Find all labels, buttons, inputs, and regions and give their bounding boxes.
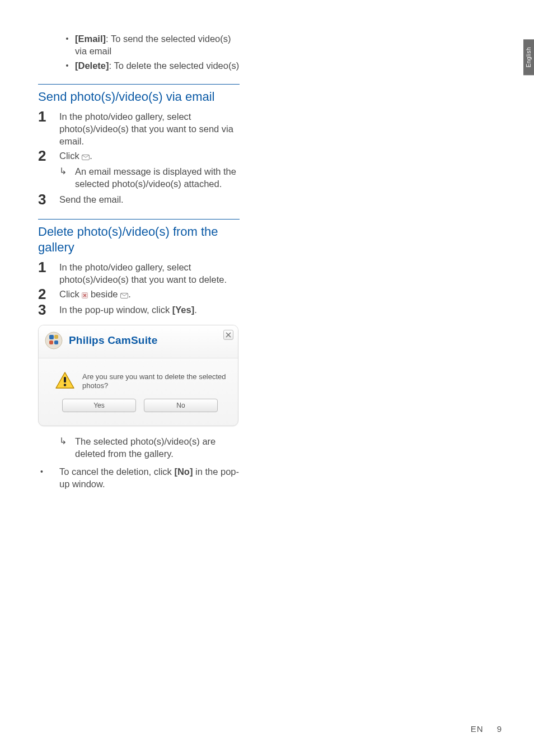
result-arrow-icon: ↳ [59,165,75,178]
step-number: 1 [38,109,59,124]
envelope-icon [82,151,90,163]
bullet-label: [Email] [75,34,106,44]
step-number: 3 [38,302,59,317]
footer-language: EN [471,724,484,734]
svg-rect-8 [64,377,66,382]
step-2-email: 2 Click . [38,148,240,163]
cancel-text: To cancel the deletion, click [No] in th… [59,465,240,490]
yes-button[interactable]: Yes [62,399,136,412]
bullet-dot-icon: • [59,59,75,72]
cancel-prefix: To cancel the deletion, click [59,466,174,477]
confirm-dialog: Philips CamSuite Are you sure you want t… [38,325,238,426]
step-text: Click beside . [59,287,131,301]
dialog-button-row: Yes No [62,399,222,412]
step-text: In the photo/video gallery, select photo… [59,109,240,147]
section-heading-email: Send photo(s)/video(s) via email [38,89,240,105]
dialog-close-button[interactable] [223,330,233,340]
step2d-suffix: . [128,289,131,299]
section-divider [38,219,240,220]
dialog-body: Are you sure you want to delete the sele… [39,358,238,426]
step-text: Click . [59,148,92,163]
result-arrow-icon: ↳ [59,435,75,447]
step-2-delete: 2 Click beside . [38,287,240,301]
bullet-dot-icon: • [59,32,75,45]
warning-icon [55,372,74,391]
step-text: In the pop-up window, click [Yes]. [59,302,197,316]
list-item: • [Email]: To send the selected video(s)… [59,32,240,57]
content-column: • [Email]: To send the selected video(s)… [38,32,240,490]
dialog-title: Philips CamSuite [69,334,157,347]
step-text: Send the email. [59,192,124,206]
intro-bullet-list: • [Email]: To send the selected video(s)… [59,32,240,72]
section-heading-delete: Delete photo(s)/video(s) from the galler… [38,224,240,255]
result-text: The selected photo(s)/video(s) are delet… [75,435,240,460]
bullet-rest: : To delete the selected video(s) [109,60,240,71]
cancel-bullet: • To cancel the deletion, click [No] in … [38,465,240,490]
language-tab: English [523,39,534,75]
bullet-label: [Delete] [75,60,109,71]
step-result: ↳ The selected photo(s)/video(s) are del… [59,435,240,460]
close-icon [226,332,231,338]
svg-point-9 [64,384,66,386]
step-text: In the photo/video gallery, select photo… [59,260,240,286]
step2-prefix: Click [59,151,82,161]
step3d-suffix: . [194,305,197,315]
bullet-text: [Email]: To send the selected video(s) v… [75,32,240,57]
step2d-mid: beside [88,289,120,299]
step-1-delete: 1 In the photo/video gallery, select pho… [38,260,240,286]
step3d-prefix: In the pop-up window, click [59,305,172,315]
step-1-email: 1 In the photo/video gallery, select pho… [38,109,240,147]
bullet-text: [Delete]: To delete the selected video(s… [75,59,239,72]
envelope-icon [120,289,128,301]
step-number: 3 [38,192,59,207]
section-divider [38,84,240,85]
dialog-message: Are you sure you want to delete the sele… [82,372,228,390]
svg-rect-5 [54,335,58,339]
no-button[interactable]: No [144,399,218,412]
dialog-warning-row: Are you sure you want to delete the sele… [55,372,228,391]
step-3-delete: 3 In the pop-up window, click [Yes]. [38,302,240,317]
step-number: 2 [38,148,59,163]
result-text: An email message is displayed with the s… [75,165,240,190]
svg-rect-6 [49,340,53,344]
svg-rect-7 [54,340,58,344]
step2-suffix: . [90,151,92,161]
x-delete-icon [82,289,88,301]
step-number: 1 [38,260,59,274]
bullet-dot-icon: • [38,465,59,478]
cancel-bold: [No] [174,466,193,477]
step-number: 2 [38,287,59,301]
dialog-header: Philips CamSuite [39,325,238,358]
svg-point-3 [45,332,62,349]
page-footer: EN 9 [471,724,502,734]
step2d-prefix: Click [59,289,82,299]
svg-rect-4 [49,335,54,339]
step-result: ↳ An email message is displayed with the… [59,165,240,190]
step-3-email: 3 Send the email. [38,192,240,207]
app-logo-icon [44,331,63,350]
step3d-bold: [Yes] [172,305,194,315]
footer-page-number: 9 [497,724,502,734]
list-item: • [Delete]: To delete the selected video… [59,59,240,72]
